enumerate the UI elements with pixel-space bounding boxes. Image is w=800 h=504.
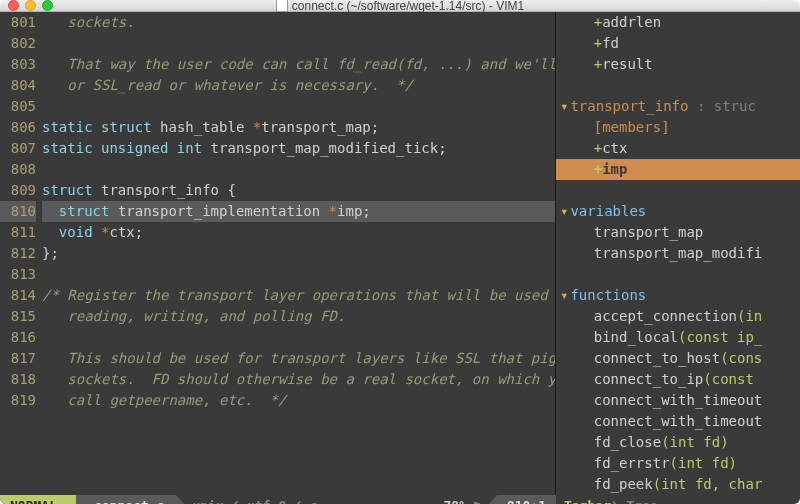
code-line[interactable]: void *ctx; <box>42 222 555 243</box>
tagbar-struct-header[interactable]: transport_info : struc <box>556 96 800 117</box>
line-number: 803 <box>0 54 36 75</box>
code-line[interactable]: reading, writing, and polling FD. <box>42 306 555 327</box>
main-split[interactable]: 8018028038048058068078088098108118128138… <box>0 12 555 495</box>
line-number: 812 <box>0 243 36 264</box>
tagbar-status: Tagbar ❯ Tree <box>556 495 800 504</box>
tagbar-blank <box>556 75 800 96</box>
line-number: 802 <box>0 33 36 54</box>
line-number: 805 <box>0 96 36 117</box>
code-line[interactable]: struct transport_info { <box>42 180 555 201</box>
tagbar-section-functions[interactable]: functions <box>556 285 800 306</box>
tagbar-member[interactable]: +result <box>556 54 800 75</box>
line-number: 807 <box>0 138 36 159</box>
filename-segment: connect.c <box>76 495 176 504</box>
code-line[interactable]: call getpeername, etc. */ <box>42 390 555 411</box>
code-line[interactable] <box>42 159 555 180</box>
line-number: 816 <box>0 327 36 348</box>
code-line[interactable]: That way the user code can call fd_read(… <box>42 54 555 75</box>
code-line[interactable]: This should be used for transport layers… <box>42 348 555 369</box>
line-number: 810 <box>0 201 36 222</box>
tagbar-blank <box>556 264 800 285</box>
tagbar-function[interactable]: fd_close(int fd) <box>556 432 800 453</box>
tagbar-member[interactable]: +fd <box>556 33 800 54</box>
position-segment: 810:1 <box>497 495 556 504</box>
tagbar-member[interactable]: +imp <box>556 159 800 180</box>
line-number: 804 <box>0 75 36 96</box>
code-line[interactable]: sockets. <box>42 12 555 33</box>
line-number: 817 <box>0 348 36 369</box>
line-number: 815 <box>0 306 36 327</box>
line-number: 801 <box>0 12 36 33</box>
line-number-gutter: 8018028038048058068078088098108118128138… <box>0 12 42 495</box>
code-line[interactable]: static struct hash_table *transport_map; <box>42 117 555 138</box>
code-line[interactable]: /* Register the transport layer operatio… <box>42 285 555 306</box>
editor-area: 8018028038048058068078088098108118128138… <box>0 12 800 495</box>
close-icon[interactable] <box>8 0 19 11</box>
line-number: 814 <box>0 285 36 306</box>
fileinfo-segment: unix ❮ utf-8 ❮ c <box>176 495 433 504</box>
line-number: 813 <box>0 264 36 285</box>
line-number: 819 <box>0 390 36 411</box>
statusline: NORMAL connect.c unix ❮ utf-8 ❮ c 78%⚑ 8… <box>0 495 800 504</box>
code-line[interactable] <box>42 96 555 117</box>
vim-window: connect.c (~/software/wget-1.14/src) - V… <box>0 0 800 504</box>
titlebar: connect.c (~/software/wget-1.14/src) - V… <box>0 0 800 12</box>
code-line[interactable]: or SSL_read or whatever is necessary. */ <box>42 75 555 96</box>
line-number: 806 <box>0 117 36 138</box>
line-number: 808 <box>0 159 36 180</box>
tagbar-function[interactable]: bind_local(const ip_ <box>556 327 800 348</box>
code-line[interactable] <box>42 327 555 348</box>
line-number: 811 <box>0 222 36 243</box>
line-number: 818 <box>0 369 36 390</box>
line-number: 809 <box>0 180 36 201</box>
tagbar-function[interactable]: fd_peek(int fd, char <box>556 474 800 495</box>
code-line[interactable] <box>42 33 555 54</box>
tagbar-variable[interactable]: transport_map_modifi <box>556 243 800 264</box>
zoom-icon[interactable] <box>42 0 53 11</box>
tagbar-function[interactable]: connect_with_timeout <box>556 411 800 432</box>
tagbar-function[interactable]: connect_to_host(cons <box>556 348 800 369</box>
code-line[interactable] <box>42 264 555 285</box>
tagbar-member[interactable]: +addrlen <box>556 12 800 33</box>
tagbar-section-variables[interactable]: variables <box>556 201 800 222</box>
tagbar-function[interactable]: connect_with_timeout <box>556 390 800 411</box>
tagbar-function[interactable]: fd_errstr(int fd) <box>556 453 800 474</box>
tagbar-function[interactable]: connect_to_ip(const <box>556 369 800 390</box>
tagbar-members-label: [members] <box>556 117 800 138</box>
code-pane[interactable]: sockets. That way the user code can call… <box>42 12 555 495</box>
tagbar-blank <box>556 180 800 201</box>
tagbar-member[interactable]: +ctx <box>556 138 800 159</box>
traffic-lights <box>8 0 53 11</box>
mode-segment: NORMAL <box>0 495 76 504</box>
document-icon <box>276 0 288 12</box>
tagbar-function[interactable]: accept_connection(in <box>556 306 800 327</box>
code-line[interactable]: sockets. FD should otherwise be a real s… <box>42 369 555 390</box>
code-line[interactable]: struct transport_implementation *imp; <box>42 201 555 222</box>
tagbar-variable[interactable]: transport_map <box>556 222 800 243</box>
tagbar-pane[interactable]: +addrlen +fd +resulttransport_info : str… <box>556 12 800 495</box>
code-line[interactable]: }; <box>42 243 555 264</box>
code-line[interactable]: static unsigned int transport_map_modifi… <box>42 138 555 159</box>
flag-icon: ⚑ <box>473 498 481 505</box>
minimize-icon[interactable] <box>25 0 36 11</box>
